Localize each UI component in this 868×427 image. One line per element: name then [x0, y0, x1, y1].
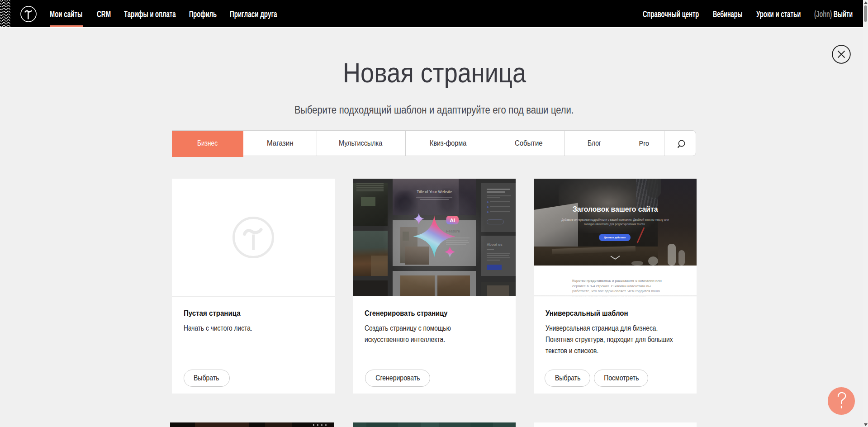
svg-text:AI: AI	[450, 218, 455, 223]
